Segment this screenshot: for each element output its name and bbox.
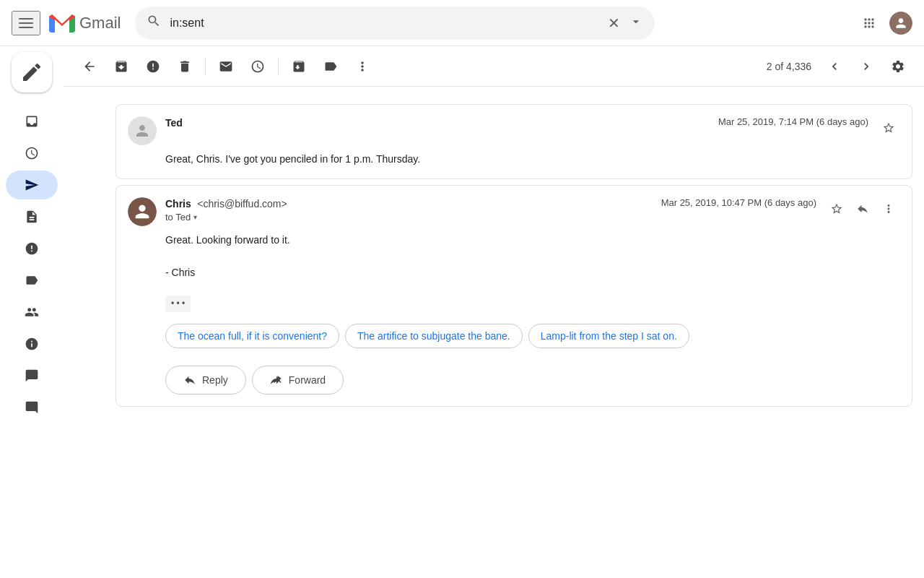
smart-replies: The ocean full, if it is convenient? The… <box>116 324 912 360</box>
next-email-button[interactable] <box>852 52 881 81</box>
email-thread: Ted Mar 25, 2019, 7:14 PM (6 days ago) G… <box>64 92 924 424</box>
sidebar-item-info[interactable] <box>6 329 58 358</box>
mark-unread-button[interactable] <box>212 52 240 81</box>
apps-button[interactable] <box>855 9 884 38</box>
search-icon <box>147 14 161 32</box>
toolbar-divider-2 <box>278 58 279 75</box>
email-header-ted: Ted Mar 25, 2019, 7:14 PM (6 days ago) <box>116 105 912 151</box>
sidebar-item-labels[interactable] <box>6 266 58 295</box>
chris-sender-line: Chris <chris@biffud.com> <box>165 197 653 210</box>
chris-actions <box>825 197 900 220</box>
chris-sender-name: Chris <box>165 198 191 210</box>
more-options-button[interactable] <box>348 52 377 81</box>
ted-meta: Ted <box>165 116 710 129</box>
chris-more-button[interactable] <box>877 197 900 220</box>
ted-actions <box>877 116 900 139</box>
chris-timestamp: Mar 25, 2019, 10:47 PM (6 days ago) <box>661 197 816 208</box>
chris-email-header: Chris <chris@biffud.com> to Ted ▾ Mar 25… <box>116 186 912 232</box>
sidebar-item-drafts[interactable] <box>6 202 58 231</box>
menu-button[interactable] <box>12 11 40 35</box>
search-dropdown-icon[interactable] <box>629 14 643 32</box>
sidebar-item-inbox[interactable] <box>6 107 58 136</box>
reply-label: Reply <box>202 374 228 386</box>
chris-star-button[interactable] <box>825 197 848 220</box>
reply-bar: Reply Forward <box>116 360 912 406</box>
chris-sender-email: <chris@biffud.com> <box>197 198 287 210</box>
sidebar-item-snoozed[interactable] <box>6 139 58 168</box>
gmail-wordmark: Gmail <box>79 14 121 33</box>
chris-to-line: to Ted ▾ <box>165 212 653 223</box>
smart-reply-2[interactable]: The artifice to subjugate the bane. <box>345 324 523 348</box>
sidebar-item-sent[interactable] <box>6 171 58 199</box>
move-to-button[interactable] <box>284 52 313 81</box>
ted-body: Great, Chris. I've got you penciled in f… <box>116 151 912 178</box>
top-bar: Gmail ✕ <box>0 0 924 46</box>
forward-button[interactable]: Forward <box>252 366 344 394</box>
toolbar: 2 of 4,336 <box>64 46 924 87</box>
main-layout: 2 of 4,336 <box>0 46 924 578</box>
avatar[interactable] <box>889 12 912 35</box>
gmail-m-icon <box>49 14 75 33</box>
sidebar-item-contacts[interactable] <box>6 298 58 327</box>
email-ellipsis-button[interactable]: • • • <box>165 296 191 312</box>
back-button[interactable] <box>75 52 104 81</box>
chris-reply-button[interactable] <box>851 197 874 220</box>
toolbar-nav <box>820 52 881 81</box>
search-bar: ✕ <box>135 7 655 40</box>
search-clear-icon[interactable]: ✕ <box>608 14 620 32</box>
smart-reply-3[interactable]: Lamp-lit from the step I sat on. <box>528 324 689 348</box>
forward-label: Forward <box>289 374 326 386</box>
chris-body-line-2: - Chris <box>165 264 900 280</box>
gmail-logo: Gmail <box>49 14 121 33</box>
toolbar-divider <box>205 58 206 75</box>
ted-avatar <box>128 116 157 145</box>
smart-reply-1[interactable]: The ocean full, if it is convenient? <box>165 324 339 348</box>
prev-email-button[interactable] <box>820 52 849 81</box>
search-input[interactable] <box>170 17 599 30</box>
sidebar-item-meet[interactable] <box>6 393 58 422</box>
compose-button[interactable] <box>12 52 52 92</box>
ted-timestamp: Mar 25, 2019, 7:14 PM (6 days ago) <box>718 116 868 127</box>
content-area: 2 of 4,336 <box>64 46 924 578</box>
top-right-actions <box>855 9 912 38</box>
email-count: 2 of 4,336 <box>767 61 811 72</box>
chris-to-text: to Ted <box>165 212 191 223</box>
sidebar <box>0 46 64 578</box>
ted-star-button[interactable] <box>877 116 900 139</box>
reply-button[interactable]: Reply <box>165 366 246 394</box>
email-card-ted: Ted Mar 25, 2019, 7:14 PM (6 days ago) G… <box>116 104 912 179</box>
delete-button[interactable] <box>170 52 199 81</box>
archive-button[interactable] <box>107 52 136 81</box>
expand-to-chevron[interactable]: ▾ <box>193 213 197 221</box>
email-card-chris: Chris <chris@biffud.com> to Ted ▾ Mar 25… <box>116 185 912 406</box>
chris-body: Great. Looking forward to it. - Chris • … <box>116 232 912 323</box>
settings-button[interactable] <box>884 52 912 81</box>
sidebar-item-spam[interactable] <box>6 234 58 263</box>
sidebar-item-chat[interactable] <box>6 361 58 390</box>
snooze-button[interactable] <box>243 52 272 81</box>
labels-button[interactable] <box>316 52 345 81</box>
chris-body-line-1: Great. Looking forward to it. <box>165 232 900 248</box>
chris-meta: Chris <chris@biffud.com> to Ted ▾ <box>165 197 653 223</box>
thread-scroll[interactable]: Ted Mar 25, 2019, 7:14 PM (6 days ago) G… <box>64 87 924 578</box>
report-spam-button[interactable] <box>139 52 167 81</box>
chris-avatar <box>128 197 157 226</box>
ted-sender-name: Ted <box>165 117 183 129</box>
